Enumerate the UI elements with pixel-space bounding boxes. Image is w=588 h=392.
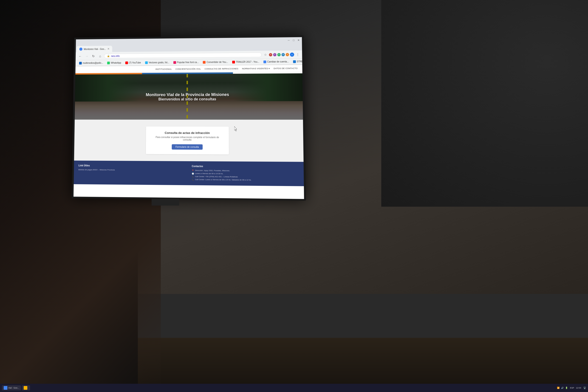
close-button[interactable]: ✕ [297, 38, 300, 42]
tray-network-icon[interactable]: 📶 [556, 386, 560, 390]
minimize-button[interactable]: ─ [287, 39, 290, 42]
tray-battery-icon[interactable]: 🔋 [565, 386, 568, 390]
bookmark-favicon [232, 61, 235, 64]
user-avatar-icon[interactable]: U [290, 52, 294, 56]
location-icon: 📍 [192, 170, 194, 172]
bookmark-label: WhatsApp [111, 62, 121, 64]
bookmark-favicon [145, 61, 148, 64]
tray-volume-icon[interactable]: 🔊 [561, 386, 564, 390]
taskbar-time: 12:03 [576, 387, 581, 389]
bookmark-label: Vectores gratis, fot... [148, 61, 169, 64]
extension-icon-5[interactable]: A [286, 53, 289, 56]
bookmark-label: STREET - FM 101.S... [297, 60, 302, 63]
extension-icon-2[interactable]: P [273, 53, 276, 56]
footer-links-title: Link Útiles [78, 164, 182, 168]
bookmark-vectores[interactable]: Vectores gratis, fot... [143, 61, 171, 64]
bookmark-label: Cambiar de cuenta... [267, 60, 289, 63]
toolbar-icons: ☆ M P N B A U ⋮ [263, 52, 300, 57]
background-right [381, 0, 588, 207]
bookmark-multimedios[interactable]: multimedios@polic... [78, 61, 105, 65]
taskbar-lang: ESP [570, 387, 574, 389]
footer-contact-hours: 🕐 Lunes a Viernes de 08 a 14:30 hs. [192, 172, 299, 176]
footer-contact-callcenter: 📞 Call Center: Lunes a Viernes de 08 a 1… [192, 178, 299, 182]
main-content: Consulta de actas de infracción Para con… [74, 120, 304, 162]
nav-datos-contacto[interactable]: DATOS DE CONTACTO [274, 67, 298, 70]
home-button[interactable]: ⌂ [98, 53, 103, 59]
show-desktop-icon[interactable]: 🖥️ [583, 386, 586, 390]
nav-concientizacion[interactable]: CONCIENTIZACIÓN VIAL [176, 68, 201, 70]
tab-close-button[interactable]: ✕ [107, 47, 110, 50]
security-icon: 🔒 [107, 55, 110, 57]
extension-icon-3[interactable]: N [277, 53, 280, 56]
card-title: Consulta de actas de infracción [153, 131, 222, 135]
taskbar: Vial - Goo... 📶 🔊 🔋 ESP 12:03 🖥️ [0, 384, 588, 392]
bookmark-cuenta[interactable]: Cambiar de cuenta... [262, 60, 291, 64]
bookmark-favicon [79, 62, 82, 64]
hero-subtitle: Bienvenidos al sitio de consultas [158, 97, 216, 101]
bookmark-whatsapp[interactable]: WhatsApp [106, 61, 123, 64]
website-content: INSTITUCIONAL CONCIENTIZACIÓN VIAL CONSU… [74, 65, 304, 199]
star-icon[interactable]: ☆ [263, 52, 268, 57]
browser-chrome: ─ □ ✕ Monitoreo Vial - Goo... ✕ ← → ↻ ⌂ … [76, 37, 302, 66]
bookmark-label: (7) YouTube [129, 61, 141, 64]
taskbar-file-item[interactable] [22, 385, 30, 390]
bookmark-label: Convertidor de You... [206, 61, 228, 64]
nav-consultas[interactable]: CONSULTAS DE INFRACCIONES [205, 68, 238, 70]
bookmark-youtube[interactable]: (7) YouTube [123, 61, 143, 64]
system-tray: 📶 🔊 🔋 [556, 386, 568, 390]
nav-normativas[interactable]: NORMATIVAS VIGENTES [242, 67, 270, 70]
forward-button[interactable]: → [84, 53, 90, 58]
contact-callcenter-text: Call Center: Lunes a Viernes de 08 a 15 … [195, 178, 252, 181]
contact-address-text: Dirección: Jujuy 2332, Posadas, Misiones… [195, 170, 230, 172]
bookmark-label: multimedios@polic... [83, 62, 103, 64]
hero-section: Monitoreo Vial de la Provincia de Mision… [75, 73, 303, 120]
bookmark-favicon [107, 62, 110, 64]
bookmark-label: TRAILER 2017 - You... [236, 61, 259, 64]
card-subtitle: Para consultar si posee infracciones com… [153, 136, 222, 141]
taskbar-left: Vial - Goo... [2, 385, 30, 390]
reload-button[interactable]: ↻ [91, 53, 96, 59]
footer-link-boletas[interactable]: Boletas de pagos ANSV – Misiones Provinc… [78, 168, 182, 171]
phone-icon-2: 📞 [192, 179, 194, 181]
back-button[interactable]: ← [78, 54, 83, 59]
tab-favicon [79, 48, 82, 51]
formulario-button[interactable]: Formulario de consulta [172, 144, 202, 150]
bookmark-label: Popular free font ca... [177, 61, 199, 64]
bookmark-favicon [293, 60, 296, 63]
window-controls: ─ □ ✕ [287, 38, 300, 42]
address-text: nes.info [111, 53, 258, 57]
menu-button[interactable]: ⋮ [295, 52, 300, 57]
address-bar[interactable]: 🔒 nes.info [104, 52, 262, 58]
contact-hours-text: Lunes a Viernes de 08 a 14:30 hs. [195, 172, 223, 175]
taskbar-file-icon [24, 386, 27, 390]
bookmark-trailer[interactable]: TRAILER 2017 - You... [230, 60, 261, 64]
monitor-stand [152, 199, 179, 206]
tab-label: Monitoreo Vial - Goo... [84, 48, 106, 50]
hero-title: Monitoreo Vial de la Provincia de Mision… [146, 92, 229, 97]
bookmark-favicon [174, 61, 176, 64]
footer-contacts-column: Contactos 📍 Dirección: Jujuy 2332, Posad… [192, 165, 299, 182]
phone-icon: 📞 [192, 176, 194, 178]
extension-icon-4[interactable]: B [282, 53, 285, 56]
extension-icon[interactable]: M [269, 53, 272, 56]
maximize-button[interactable]: □ [292, 38, 295, 42]
taskbar-browser-item[interactable]: Vial - Goo... [2, 385, 21, 390]
bookmark-convertidor[interactable]: Convertidor de You... [201, 60, 230, 64]
bookmark-favicon [125, 61, 128, 64]
bookmark-street[interactable]: STREET - FM 101.S... [291, 60, 302, 64]
taskbar-right: 📶 🔊 🔋 ESP 12:03 🖥️ [556, 386, 586, 390]
consultation-card: Consulta de actas de infracción Para con… [146, 126, 229, 154]
footer-contacts-title: Contactos [192, 165, 299, 168]
contact-phone-text: Call Center: +54 (3764) 421-431 – Líneas… [195, 176, 238, 178]
footer-links-column: Link Útiles Boletas de pagos ANSV – Misi… [78, 164, 182, 182]
footer-contact-phone: 📞 Call Center: +54 (3764) 421-431 – Líne… [192, 176, 299, 179]
footer-contact-address: 📍 Dirección: Jujuy 2332, Posadas, Mision… [192, 169, 299, 172]
bookmark-favicon [203, 61, 206, 64]
bookmark-fonts[interactable]: Popular free font ca... [172, 60, 201, 64]
nav-institucional[interactable]: INSTITUCIONAL [156, 68, 172, 70]
monitor-frame: ─ □ ✕ Monitoreo Vial - Goo... ✕ ← → ↻ ⌂ … [72, 35, 306, 201]
active-tab[interactable]: Monitoreo Vial - Goo... ✕ [77, 46, 112, 52]
site-footer: Link Útiles Boletas de pagos ANSV – Misi… [74, 160, 304, 186]
hero-overlay: Monitoreo Vial de la Provincia de Mision… [75, 73, 303, 120]
taskbar-browser-label: Vial - Goo... [8, 387, 19, 389]
